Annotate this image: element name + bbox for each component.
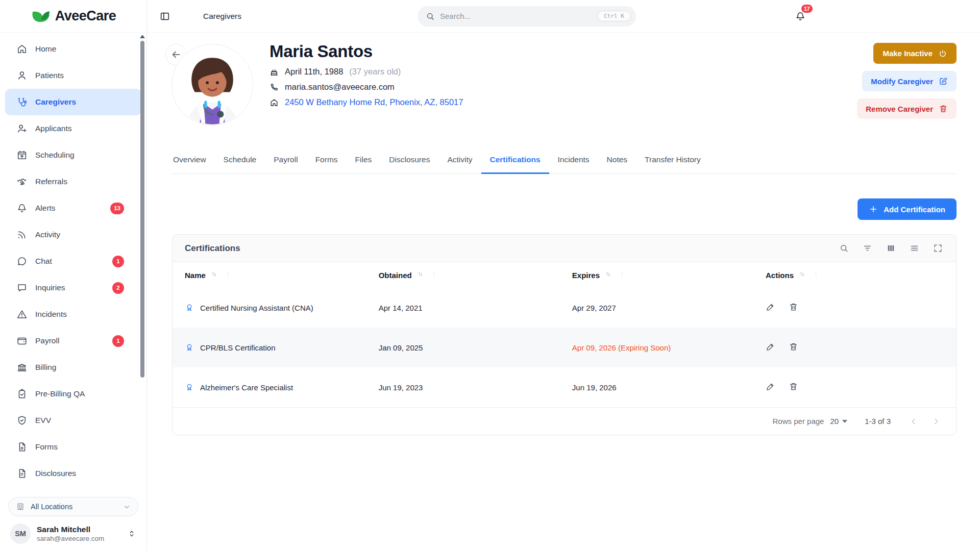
sort-icon [604, 270, 612, 278]
scrollbar-thumb[interactable] [140, 41, 144, 378]
tab-activity[interactable]: Activity [438, 155, 481, 173]
bank-icon [16, 362, 28, 373]
sidebar-item-referrals[interactable]: Referrals [5, 168, 141, 195]
delete-row-button[interactable] [789, 382, 798, 393]
tab-files[interactable]: Files [347, 155, 381, 173]
sidebar-item-disclosures[interactable]: Disclosures [5, 460, 141, 486]
expires-date: Apr 29, 2027 [572, 304, 616, 312]
tab-incidents[interactable]: Incidents [549, 155, 598, 173]
sidebar-toggle-button[interactable] [159, 11, 170, 22]
delete-row-button[interactable] [789, 302, 798, 313]
scrollbar-up-arrow-icon[interactable] [140, 35, 145, 38]
sidebar-scrollbar[interactable] [139, 33, 145, 495]
pencil-icon [766, 342, 775, 352]
filter-icon[interactable] [863, 243, 872, 253]
address-link[interactable]: 2450 W Bethany Home Rd, Phoenix, AZ, 850… [285, 97, 463, 107]
caregiver-name: Maria Santos [270, 42, 463, 61]
birthday-cake-icon [270, 67, 279, 77]
sidebar-item-label: Home [35, 44, 56, 54]
tab-certifications[interactable]: Certifications [481, 155, 549, 174]
stethoscope-icon [16, 96, 28, 108]
edit-row-button[interactable] [766, 302, 775, 313]
modify-caregiver-button[interactable]: Modify Caregiver [862, 71, 957, 91]
sidebar-item-caregivers[interactable]: Caregivers [5, 89, 141, 115]
add-certification-button[interactable]: Add Certification [857, 198, 957, 220]
columns-icon[interactable] [886, 243, 896, 253]
remove-caregiver-button[interactable]: Remove Caregiver [857, 98, 957, 119]
table-toolbar [839, 243, 943, 253]
sidebar-item-label: EVV [35, 416, 51, 425]
fullscreen-icon[interactable] [933, 243, 943, 253]
activity-icon [16, 229, 28, 240]
home-icon [16, 43, 28, 55]
sidebar-item-label: Chat [35, 257, 52, 266]
pencil-icon [766, 382, 775, 391]
sidebar-item-applicants[interactable]: Applicants [5, 115, 141, 142]
user-avatar: SM [10, 523, 31, 544]
sidebar-item-activity[interactable]: Activity [5, 221, 141, 248]
count-badge: 2 [112, 282, 124, 294]
caregiver-profile-header: Maria Santos April 11th, 1988 (37 years … [147, 33, 980, 155]
sidebar-item-label: Caregivers [35, 97, 76, 107]
shield-check-icon [16, 415, 28, 426]
card-title: Certifications [185, 243, 240, 254]
page-title: Caregivers [203, 12, 241, 21]
make-inactive-button[interactable]: Make Inactive [873, 43, 957, 64]
sidebar-item-alerts[interactable]: Alerts13 [5, 195, 141, 221]
tab-overview[interactable]: Overview [172, 155, 215, 173]
notifications-button[interactable]: 17 [791, 7, 810, 26]
previous-page-button[interactable] [909, 417, 918, 426]
table-search-icon[interactable] [839, 243, 849, 253]
dots-vertical-icon [224, 270, 232, 278]
obtained-date: Jun 19, 2023 [379, 383, 423, 392]
profile-tabs: OverviewSchedulePayrollFormsFilesDisclos… [172, 155, 957, 174]
tab-forms[interactable]: Forms [307, 155, 347, 173]
sidebar-item-evv[interactable]: EVV [5, 407, 141, 434]
tab-payroll[interactable]: Payroll [265, 155, 306, 173]
sidebar: AveeCare HomePatientsCaregiversApplicant… [0, 0, 147, 551]
search-input[interactable] [440, 12, 592, 20]
topbar: Caregivers Ctrl K 17 [147, 0, 980, 33]
row-density-icon[interactable] [910, 243, 919, 253]
search-icon [426, 12, 435, 21]
count-badge: 1 [112, 335, 124, 347]
handshake-icon [16, 176, 28, 187]
award-icon [185, 383, 194, 392]
user-email: sarah@aveecare.com [37, 535, 104, 542]
edit-row-button[interactable] [766, 382, 775, 393]
sidebar-item-patients[interactable]: Patients [5, 62, 141, 89]
notifications-count-badge: 17 [800, 4, 814, 14]
sidebar-item-label: Inquiries [35, 283, 65, 292]
location-selector[interactable]: All Locations [8, 497, 138, 516]
tab-notes[interactable]: Notes [598, 155, 636, 173]
sidebar-item-inquiries[interactable]: Inquiries2 [5, 274, 141, 301]
tab-transfer-history[interactable]: Transfer History [636, 155, 709, 173]
sidebar-item-incidents[interactable]: Incidents [5, 301, 141, 328]
edit-row-button[interactable] [766, 342, 775, 353]
column-header-actions: Actions [766, 262, 956, 288]
tab-schedule[interactable]: Schedule [215, 155, 265, 173]
sidebar-item-payroll[interactable]: Payroll1 [5, 328, 141, 354]
sidebar-item-billing[interactable]: Billing [5, 354, 141, 381]
delete-row-button[interactable] [789, 342, 798, 353]
sidebar-item-label: Pre-Billing QA [35, 389, 85, 398]
next-page-button[interactable] [932, 417, 941, 426]
sidebar-item-chat[interactable]: Chat1 [5, 248, 141, 274]
rows-per-page-select[interactable]: 20 [830, 417, 847, 425]
tab-disclosures[interactable]: Disclosures [380, 155, 438, 173]
sidebar-item-scheduling[interactable]: Scheduling [5, 142, 141, 168]
global-search[interactable]: Ctrl K [418, 6, 636, 27]
app-logo[interactable]: AveeCare [0, 0, 146, 33]
phone-icon [270, 83, 279, 92]
panel-icon [159, 11, 170, 22]
dots-vertical-icon [430, 270, 438, 278]
sidebar-item-label: Activity [35, 230, 60, 239]
sidebar-item-pre-billing-qa[interactable]: Pre-Billing QA [5, 381, 141, 407]
edit-icon [939, 77, 948, 86]
main-content: Caregivers Ctrl K 17 [147, 0, 980, 551]
sidebar-item-label: Patients [35, 71, 64, 80]
obtained-date: Jan 09, 2025 [379, 343, 423, 352]
user-menu[interactable]: SM Sarah Mitchell sarah@aveecare.com [8, 522, 138, 545]
sidebar-item-forms[interactable]: Forms [5, 434, 141, 460]
sidebar-item-home[interactable]: Home [5, 36, 141, 62]
